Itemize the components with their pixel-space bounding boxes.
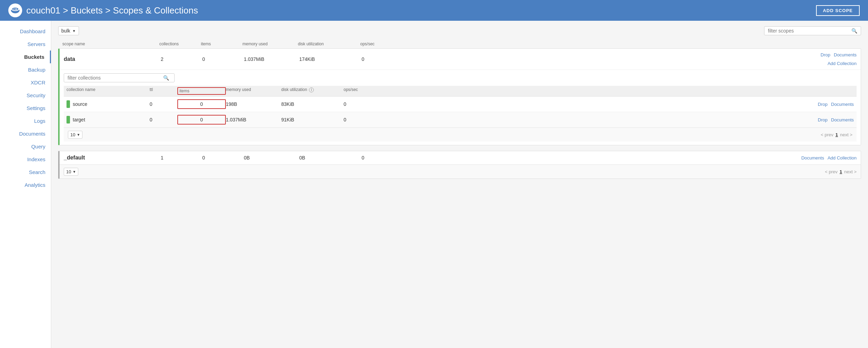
collection-ttl-source: 0 [150,101,177,107]
next-link-data[interactable]: next > [840,132,852,137]
page-title: couch01 > Buckets > Scopes & Collections [26,5,198,16]
scope-items-default: 0 [202,155,244,161]
main-content: bulk ▼ 🔍 scope name collections items me… [51,21,868,348]
sidebar-item-dashboard[interactable]: Dashboard [0,25,51,38]
add-scope-button[interactable]: ADD SCOPE [816,5,860,16]
sidebar-item-security[interactable]: Security [0,89,51,102]
collection-indicator-target [67,116,70,123]
scope-ops-data: 0 [362,56,403,62]
sidebar-item-xdcr[interactable]: XDCR [0,76,51,89]
scope-table-header: scope name collections items memory used… [58,39,861,48]
bulk-label: bulk [61,28,70,34]
col-ops-sec: ops/sec [360,42,402,46]
target-documents-button[interactable]: Documents [831,117,854,122]
collection-name-source: source [73,101,87,107]
chevron-down-icon: ▼ [72,29,76,33]
toolbar: bulk ▼ 🔍 [58,26,861,35]
header-left: CB couch01 > Buckets > Scopes & Collecti… [8,3,198,17]
sidebar-item-analytics[interactable]: Analytics [0,178,51,191]
col-coll-actions [385,87,854,95]
per-page-select-data[interactable]: 10 ▼ [68,131,82,139]
collection-disk-target: 91KiB [281,117,344,122]
collection-actions-source: Drop Documents [385,102,854,107]
col-coll-items: items [177,87,226,95]
scope-drop-button-data[interactable]: Drop [821,52,830,57]
col-coll-memory: memory used [226,87,281,95]
sidebar-item-backup[interactable]: Backup [0,63,51,76]
sidebar-item-query[interactable]: Query [0,140,51,153]
collection-name-target: target [73,117,85,122]
per-page-chevron-default: ▼ [72,170,76,174]
col-memory-used: memory used [242,42,298,46]
next-link-default[interactable]: next > [844,169,857,174]
search-icon: 🔍 [851,28,857,34]
filter-collections-input[interactable] [68,75,161,81]
col-disk-utilization: disk utilization [298,42,360,46]
col-coll-ops: ops/sec [344,87,385,95]
scope-row-data: data 2 0 1.037MiB 174KiB 0 Drop Document… [60,49,861,70]
default-add-collection-button[interactable]: Add Collection [827,155,857,161]
scope-memory-data: 1.037MiB [244,56,299,62]
sidebar: Dashboard Servers Buckets Backup XDCR Se… [0,21,51,348]
filter-collections-search-icon: 🔍 [163,75,169,81]
scope-name-data: data [64,56,161,62]
scope-memory-default: 0B [244,155,299,161]
per-page-chevron-data: ▼ [77,133,80,137]
collection-name-cell-target: target [67,116,150,123]
col-items: items [201,42,242,46]
target-drop-button[interactable]: Drop [818,117,827,122]
source-drop-button[interactable]: Drop [818,102,827,107]
col-coll-disk: disk utilization i [281,87,344,95]
scope-block-data: data 2 0 1.037MiB 174KiB 0 Drop Document… [58,48,861,145]
coll-disk-info-icon[interactable]: i [309,88,314,92]
app-header: CB couch01 > Buckets > Scopes & Collecti… [0,0,868,21]
scope-actions-default: Documents Add Collection [403,155,857,161]
default-documents-button[interactable]: Documents [801,155,824,161]
per-page-select-default[interactable]: 10 ▼ [64,168,78,176]
scope-documents-button-data[interactable]: Documents [834,52,857,57]
scope-ops-default: 0 [362,155,403,161]
sidebar-item-logs[interactable]: Logs [0,115,51,127]
pagination-row-data: 10 ▼ < prev 1 next > [64,128,857,141]
sidebar-item-search[interactable]: Search [0,166,51,178]
per-page-value-data: 10 [70,132,75,137]
pagination-links-data: < prev 1 next > [821,132,852,137]
col-scope-name: scope name [62,42,159,46]
logo: CB [8,3,22,17]
sidebar-item-buckets[interactable]: Buckets [0,51,51,63]
collection-items-target: 0 [177,115,226,125]
bulk-dropdown[interactable]: bulk ▼ [58,26,79,35]
source-documents-button[interactable]: Documents [831,102,854,107]
filter-scopes-container: 🔍 [764,26,861,35]
scope-items-data: 0 [202,56,244,62]
scope-name-default: _default [64,155,161,161]
prev-link-data[interactable]: < prev [821,132,833,137]
sidebar-item-servers[interactable]: Servers [0,38,51,51]
collection-row-target: target 0 0 1.037MiB 91KiB 0 Drop Documen… [64,112,857,128]
scope-collections-default: 1 [161,155,202,161]
collection-actions-target: Drop Documents [385,117,854,122]
filter-scopes-input[interactable] [768,28,849,34]
scope-disk-default: 0B [299,155,362,161]
collection-memory-source: 198B [226,101,281,107]
pagination-links-default: < prev 1 next > [825,169,857,174]
pagination-row-default: 10 ▼ < prev 1 next > [60,165,861,178]
collection-indicator-source [67,100,70,108]
main-layout: Dashboard Servers Buckets Backup XDCR Se… [0,21,868,348]
collection-name-cell-source: source [67,100,150,108]
sidebar-item-documents[interactable]: Documents [0,127,51,140]
scope-row-default: _default 1 0 0B 0B 0 Documents Add Colle… [60,151,861,165]
current-page-default[interactable]: 1 [840,169,842,174]
sidebar-item-indexes[interactable]: Indexes [0,153,51,166]
prev-link-default[interactable]: < prev [825,169,838,174]
scope-actions-data: Drop Documents Add Collection [403,52,857,66]
scope-disk-data: 174KiB [299,56,362,62]
collection-disk-source: 83KiB [281,101,344,107]
collection-memory-target: 1.037MiB [226,117,281,122]
scope-add-collection-button-data[interactable]: Add Collection [827,61,857,66]
scope-block-default: _default 1 0 0B 0B 0 Documents Add Colle… [58,151,861,179]
current-page-data[interactable]: 1 [835,132,838,137]
svg-text:CB: CB [13,8,17,11]
sidebar-item-settings[interactable]: Settings [0,102,51,115]
collection-ops-source: 0 [344,101,385,107]
